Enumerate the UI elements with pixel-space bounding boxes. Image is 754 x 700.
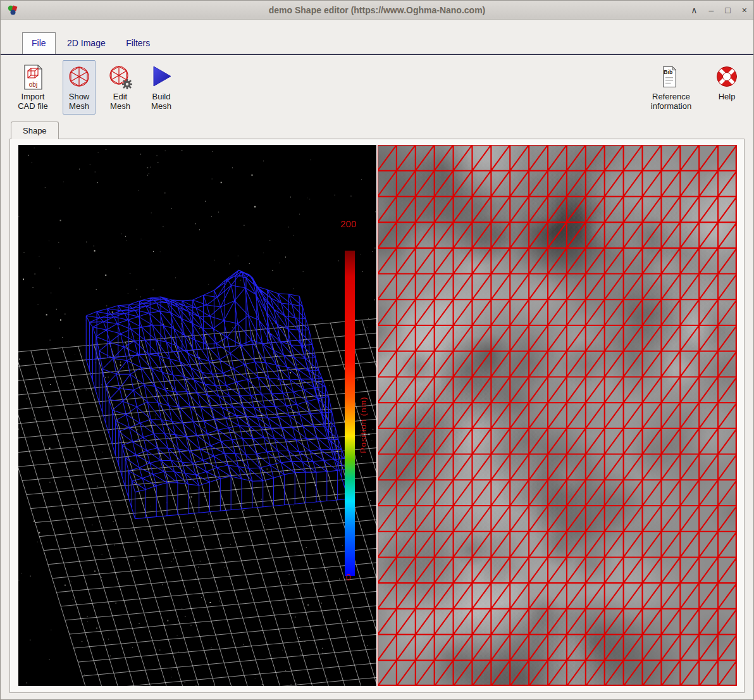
heightmap-2d-viewport[interactable] (378, 145, 737, 686)
colorbar-axis-label: Position (nm) (358, 354, 368, 496)
mesh-3d-canvas[interactable] (18, 145, 376, 686)
heightmap-2d-canvas[interactable] (378, 145, 737, 686)
colorbar (345, 251, 355, 576)
window-title: demo Shape editor (https://www.Oghma-Nan… (1, 5, 753, 15)
app-window: demo Shape editor (https://www.Oghma-Nan… (0, 0, 754, 700)
help-button[interactable]: Help (712, 60, 742, 105)
minimize-button[interactable]: – (709, 6, 714, 15)
gear-icon (122, 79, 132, 89)
titlebar: demo Shape editor (https://www.Oghma-Nan… (1, 1, 753, 20)
svg-text:obj: obj (29, 81, 37, 88)
tab-file[interactable]: File (22, 32, 56, 54)
close-button[interactable]: × (742, 6, 747, 15)
window-controls: ∧ – □ × (691, 6, 747, 15)
import-cad-file-label: Import CAD file (15, 92, 51, 111)
document-tab-bar: Shape (1, 121, 753, 139)
show-mesh-button[interactable]: Show Mesh (63, 60, 96, 115)
app-logo-icon (7, 4, 18, 16)
shade-button[interactable]: ∧ (691, 6, 697, 15)
ribbon-tab-bar: File 2D Image Filters (1, 32, 753, 55)
reference-information-button[interactable]: Bib Reference information (640, 60, 703, 115)
svg-text:Bib: Bib (664, 69, 672, 75)
build-mesh-icon (147, 63, 175, 91)
reference-bib-icon: Bib (657, 63, 685, 91)
toolbar: obj Import CAD file Show Mesh (1, 55, 753, 116)
tab-2d-image[interactable]: 2D Image (58, 33, 114, 54)
edit-mesh-button[interactable]: Edit Mesh (104, 60, 136, 115)
show-mesh-icon (65, 63, 93, 91)
reference-information-label: Reference information (642, 92, 700, 111)
import-cad-file-button[interactable]: obj Import CAD file (12, 60, 54, 115)
tab-shape[interactable]: Shape (11, 122, 59, 139)
maximize-button[interactable]: □ (725, 6, 730, 15)
show-mesh-label: Show Mesh (65, 92, 93, 111)
build-mesh-label: Build Mesh (147, 92, 175, 111)
edit-mesh-label: Edit Mesh (107, 92, 133, 111)
colorbar-min-label: 0 (341, 572, 356, 582)
build-mesh-button[interactable]: Build Mesh (145, 60, 178, 115)
help-label: Help (719, 92, 736, 102)
import-cad-file-icon: obj (19, 63, 47, 91)
tab-filters[interactable]: Filters (117, 33, 159, 54)
mesh-3d-viewport[interactable]: 200 0 Position (nm) (18, 145, 376, 686)
colorbar-max-label: 200 (333, 218, 364, 229)
shape-editor-content: 200 0 Position (nm) (9, 139, 745, 693)
help-lifebuoy-icon (713, 63, 741, 91)
edit-mesh-icon (106, 63, 134, 91)
